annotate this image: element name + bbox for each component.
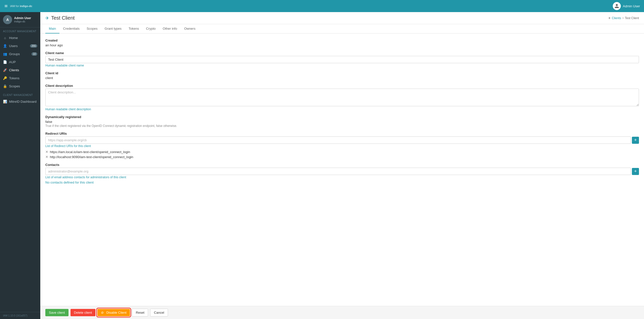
- tab-owners[interactable]: Owners: [181, 24, 199, 33]
- dynamically-registered-label: Dynamically registered: [45, 115, 639, 119]
- version-label: IAM 1.10.0 (161a057): [0, 312, 40, 319]
- users-icon: 👤: [3, 44, 7, 48]
- app-icon: [4, 4, 8, 8]
- main-area: ✈ Test Client ✈ Clients > Test Client Ma…: [40, 12, 644, 319]
- page-title: Test Client: [51, 15, 75, 21]
- contacts-input-row: +: [45, 168, 639, 175]
- action-bar: Save client Delete client ⊘ Disable Clie…: [40, 306, 644, 319]
- clients-icon: 🚀: [3, 68, 7, 72]
- save-button[interactable]: Save client: [45, 309, 69, 316]
- users-badge: 255: [30, 44, 37, 48]
- contacts-input[interactable]: [45, 168, 631, 175]
- sidebar-username: Admin User: [14, 16, 31, 20]
- scopes-icon: 🔒: [3, 84, 7, 88]
- redirect-uri-input[interactable]: [45, 136, 631, 144]
- client-description-input[interactable]: [45, 89, 639, 106]
- client-description-help: Human readable client description: [45, 108, 639, 111]
- tab-grant-types[interactable]: Grant types: [101, 24, 125, 33]
- breadcrumb-icon: ✈: [608, 16, 611, 20]
- topbar-right: Admin User: [613, 2, 640, 10]
- redirect-uris-label: Redirect URIs: [45, 132, 639, 135]
- client-description-field: Client description Human readable client…: [45, 84, 639, 111]
- delete-button[interactable]: Delete client: [71, 309, 96, 316]
- sidebar-item-tokens[interactable]: 🔑 Tokens: [0, 74, 40, 82]
- redirect-uri-item-0: ✕ https://iam.local.io/iam-test-client/o…: [45, 150, 639, 154]
- sidebar: A Admin User indigo-dc Account Managemen…: [0, 12, 40, 319]
- contacts-empty: No contacts defined for this client: [45, 181, 639, 184]
- app-title: IAM for indigo-dc: [10, 5, 32, 8]
- created-value: an hour ago: [45, 43, 639, 47]
- dynamically-registered-value: false: [45, 120, 639, 124]
- breadcrumb-clients[interactable]: Clients: [612, 16, 621, 20]
- contacts-field: Contacts + List of email address contact…: [45, 163, 639, 184]
- form-content: Created an hour ago Client name Human re…: [40, 33, 644, 306]
- tabs-bar: Main Credentials Scopes Grant types Toke…: [40, 24, 644, 33]
- page-header: ✈ Test Client ✈ Clients > Test Client: [40, 12, 644, 24]
- user-avatar: [613, 2, 621, 10]
- client-id-field: Client id client: [45, 71, 639, 80]
- redirect-uris-help: List of Redirect URIs for this client: [45, 144, 639, 148]
- sidebar-item-clients[interactable]: 🚀 Clients: [0, 66, 40, 74]
- sidebar-item-users[interactable]: 👤 Users 255: [0, 42, 40, 50]
- client-description-label: Client description: [45, 84, 639, 88]
- client-name-field: Client name Human readable client name: [45, 51, 639, 67]
- breadcrumb: ✈ Clients > Test Client: [608, 16, 639, 20]
- redirect-uri-item-1: ✕ http://localhost:9090/iam-test-client/…: [45, 155, 639, 159]
- cancel-button[interactable]: Cancel: [150, 309, 168, 316]
- redirect-uri-input-row: +: [45, 136, 639, 144]
- tokens-icon: 🔑: [3, 76, 7, 80]
- tab-other-info[interactable]: Other info: [159, 24, 181, 33]
- redirect-uri-value-1: http://localhost:9090/iam-test-client/op…: [50, 155, 133, 159]
- sidebar-item-aup[interactable]: 📄 AUP: [0, 58, 40, 66]
- page-header-left: ✈ Test Client: [45, 15, 75, 21]
- sidebar-item-scopes[interactable]: 🔒 Scopes: [0, 82, 40, 90]
- disable-button[interactable]: ⊘ Disable Client: [97, 309, 130, 316]
- reset-button[interactable]: Reset: [132, 309, 148, 316]
- contacts-help: List of email address contacts for admin…: [45, 175, 639, 179]
- dynamically-registered-hint: True if the client registered via the Op…: [45, 124, 639, 128]
- topbar-username: Admin User: [623, 4, 640, 8]
- client-id-label: Client id: [45, 71, 639, 75]
- disable-icon: ⊘: [101, 311, 104, 314]
- dynamically-registered-field: Dynamically registered false True if the…: [45, 115, 639, 128]
- groups-icon: 👥: [3, 52, 7, 56]
- sidebar-item-home[interactable]: ⌂ Home: [0, 34, 40, 42]
- sidebar-user-info: Admin User indigo-dc: [14, 16, 31, 23]
- page-icon: ✈: [45, 15, 49, 21]
- user-icon: [614, 4, 619, 9]
- client-management-label: Client management: [0, 91, 40, 97]
- tab-main[interactable]: Main: [45, 24, 59, 33]
- breadcrumb-current: Test Client: [625, 16, 639, 20]
- client-id-value: client: [45, 76, 639, 80]
- contacts-label: Contacts: [45, 163, 639, 167]
- sidebar-item-mitreid[interactable]: 📊 MitreID Dashboard: [0, 97, 40, 105]
- home-icon: ⌂: [3, 36, 7, 40]
- redirect-uri-value-0: https://iam.local.io/iam-test-client/ope…: [50, 150, 130, 154]
- redirect-uris-field: Redirect URIs + List of Redirect URIs fo…: [45, 132, 639, 159]
- redirect-uri-list: ✕ https://iam.local.io/iam-test-client/o…: [45, 150, 639, 159]
- client-name-help: Human readable client name: [45, 64, 639, 67]
- dashboard-icon: 📊: [3, 99, 7, 103]
- tab-tokens[interactable]: Tokens: [125, 24, 143, 33]
- tab-scopes[interactable]: Scopes: [83, 24, 101, 33]
- remove-redirect-uri-0[interactable]: ✕: [45, 150, 48, 154]
- sidebar-org: indigo-dc: [14, 20, 31, 23]
- sidebar-user: A Admin User indigo-dc: [0, 12, 40, 27]
- client-name-input[interactable]: [45, 56, 639, 63]
- sidebar-avatar: A: [3, 15, 12, 24]
- groups-badge: 22: [31, 52, 37, 56]
- client-name-label: Client name: [45, 51, 639, 55]
- add-contact-button[interactable]: +: [632, 168, 639, 175]
- add-redirect-uri-button[interactable]: +: [632, 137, 639, 144]
- topbar-left: IAM for indigo-dc: [4, 4, 32, 8]
- breadcrumb-sep: >: [622, 16, 624, 20]
- sidebar-item-groups[interactable]: 👥 Groups 22: [0, 50, 40, 58]
- account-management-label: Account Management: [0, 27, 40, 34]
- topbar: IAM for indigo-dc Admin User: [0, 0, 644, 12]
- remove-redirect-uri-1[interactable]: ✕: [45, 155, 48, 159]
- tab-crypto[interactable]: Crypto: [143, 24, 159, 33]
- aup-icon: 📄: [3, 60, 7, 64]
- created-field: Created an hour ago: [45, 39, 639, 47]
- tab-credentials[interactable]: Credentials: [59, 24, 83, 33]
- created-label: Created: [45, 39, 639, 42]
